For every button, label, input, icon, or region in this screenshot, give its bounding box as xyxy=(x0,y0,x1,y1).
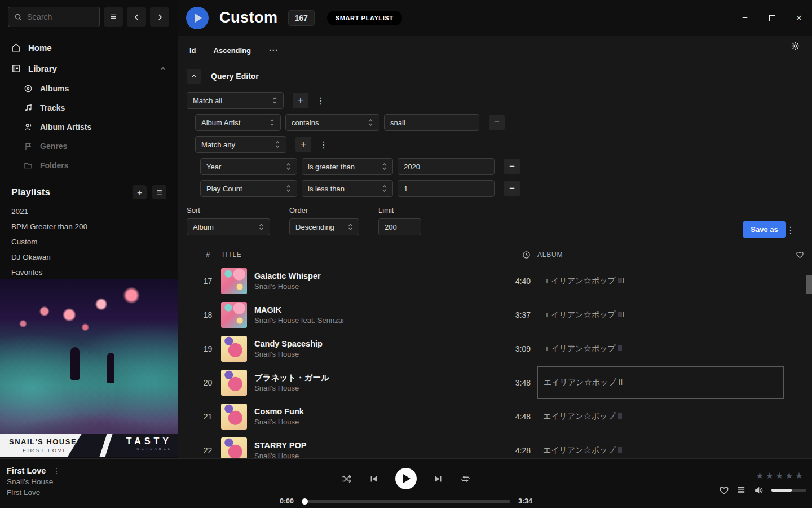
favorite-column-header[interactable] xyxy=(784,251,804,259)
sort-field-button[interactable]: Id xyxy=(189,46,196,55)
playlist-item[interactable]: Favorites xyxy=(0,265,178,280)
rule-value-input[interactable] xyxy=(398,158,495,175)
select-updown-icon xyxy=(286,163,291,170)
table-row[interactable]: 20 プラネット・ガール Snail’s House 3:48 エイリアン☆ポッ… xyxy=(178,366,812,400)
seek-thumb[interactable] xyxy=(302,498,308,505)
minimize-button[interactable]: − xyxy=(740,12,750,24)
subrule-group-menu-button[interactable]: ⋮ xyxy=(316,139,332,150)
shuffle-button[interactable] xyxy=(341,474,352,484)
close-icon: × xyxy=(796,12,802,24)
sidebar-item-album-artists[interactable]: Album Artists xyxy=(0,117,178,137)
star-icon[interactable]: ★ xyxy=(775,470,783,481)
sidebar-item-albums[interactable]: Albums xyxy=(0,79,178,98)
remove-rule-button[interactable]: − xyxy=(504,159,520,174)
add-playlist-button[interactable]: + xyxy=(133,185,147,199)
table-row[interactable]: 18 MAGIK Snail’s House feat. Sennzai 3:3… xyxy=(178,298,812,332)
main-panel: Custom 167 SMART PLAYLIST − × Id Ascendi… xyxy=(178,0,812,458)
save-as-button[interactable]: Save as xyxy=(743,221,786,238)
rule-group-menu-button[interactable]: ⋮ xyxy=(313,95,329,106)
add-rule-button[interactable]: + xyxy=(293,93,308,108)
playlist-list-button[interactable] xyxy=(152,185,166,199)
play-pause-button[interactable] xyxy=(395,468,417,489)
play-icon xyxy=(195,14,202,23)
rule-operator-select[interactable]: contains xyxy=(285,114,379,131)
playlist-item[interactable]: 2021 xyxy=(0,204,178,219)
chevron-up-icon[interactable] xyxy=(160,65,166,72)
favorite-heart-icon[interactable] xyxy=(719,485,729,496)
sidebar-item-home[interactable]: Home xyxy=(0,37,178,58)
rule-field-select[interactable]: Album Artist xyxy=(195,114,281,131)
settings-gear-icon[interactable] xyxy=(791,41,800,51)
repeat-button[interactable] xyxy=(460,474,471,484)
playlist-item[interactable]: DJ Okawari xyxy=(0,249,178,265)
match-all-select[interactable]: Match all xyxy=(187,92,284,109)
scrollbar-thumb[interactable] xyxy=(806,275,812,294)
rule-operator-select[interactable]: is greater than xyxy=(302,158,393,175)
nav-forward-button[interactable] xyxy=(150,7,169,27)
duration-column-header[interactable] xyxy=(498,251,537,259)
rule-operator-select[interactable]: is less than xyxy=(302,180,393,197)
app-window: ≡ Home xyxy=(0,0,812,508)
star-icon[interactable]: ★ xyxy=(795,470,803,481)
seek-bar[interactable] xyxy=(302,500,510,503)
volume-slider[interactable] xyxy=(771,489,806,492)
maximize-button[interactable] xyxy=(767,15,777,21)
track-album[interactable]: エイリアン☆ポップ III xyxy=(537,299,784,331)
nav-back-button[interactable] xyxy=(127,7,146,27)
sidebar-item-genres[interactable]: Genres xyxy=(0,137,178,156)
next-track-button[interactable] xyxy=(434,474,443,484)
now-playing-album[interactable]: First Love xyxy=(7,488,60,497)
playlist-item[interactable]: Custom xyxy=(0,234,178,249)
folder-icon xyxy=(24,161,33,170)
play-playlist-button[interactable] xyxy=(186,7,209,29)
rule-field-select[interactable]: Year xyxy=(200,158,297,175)
add-subrule-button[interactable]: + xyxy=(295,137,311,152)
star-icon[interactable]: ★ xyxy=(766,470,774,481)
cover-label-brand: TASTY xyxy=(126,436,172,446)
rule-value-input[interactable] xyxy=(398,180,495,197)
sort-select[interactable]: Album xyxy=(187,218,270,235)
close-button[interactable]: × xyxy=(794,12,804,24)
more-options-button[interactable]: ··· xyxy=(269,46,279,55)
sidebar-item-label: Home xyxy=(28,43,52,52)
menu-button[interactable]: ≡ xyxy=(104,7,123,27)
remove-rule-button[interactable]: − xyxy=(504,181,520,196)
sort-order-button[interactable]: Ascending xyxy=(214,46,251,55)
track-album[interactable]: エイリアン☆ポップ II xyxy=(537,400,784,433)
search-input[interactable] xyxy=(27,12,89,21)
rating-stars[interactable]: ★ ★ ★ ★ ★ xyxy=(756,470,803,481)
order-select[interactable]: Descending xyxy=(289,218,359,235)
sidebar-item-folders[interactable]: Folders xyxy=(0,156,178,175)
match-any-select[interactable]: Match any xyxy=(195,136,286,153)
table-row[interactable]: 19 Candy Spaceship Snail’s House 3:09 エイ… xyxy=(178,332,812,366)
volume-icon[interactable] xyxy=(753,485,764,496)
rule-value-input[interactable] xyxy=(384,114,479,131)
previous-track-button[interactable] xyxy=(369,474,378,484)
collapse-query-editor-button[interactable] xyxy=(187,69,201,84)
select-updown-icon xyxy=(382,163,387,170)
track-album-focused-cell[interactable]: エイリアン☆ポップ II xyxy=(537,366,784,399)
library-icon xyxy=(11,64,21,73)
star-icon[interactable]: ★ xyxy=(756,470,764,481)
search-icon xyxy=(14,13,23,21)
limit-input[interactable] xyxy=(378,218,421,235)
star-icon[interactable]: ★ xyxy=(785,470,793,481)
table-row[interactable]: 21 Cosmo Funk Snail’s House 4:48 エイリアン☆ポ… xyxy=(178,400,812,433)
query-menu-button[interactable]: ⋮ xyxy=(783,225,798,235)
remove-rule-button[interactable]: − xyxy=(489,115,505,130)
sidebar-item-tracks[interactable]: Tracks xyxy=(0,98,178,117)
search-box[interactable] xyxy=(8,7,100,27)
playlist-item[interactable]: BPM Greater than 200 xyxy=(0,219,178,234)
rule-field-select[interactable]: Play Count xyxy=(200,180,297,197)
album-column-header[interactable]: ALBUM xyxy=(537,251,784,259)
title-column-header[interactable]: TITLE xyxy=(221,251,498,259)
track-album[interactable]: エイリアン☆ポップ II xyxy=(537,332,784,365)
index-column-header[interactable]: # xyxy=(195,251,221,259)
table-row[interactable]: 17 Galactic Whisper Snail’s House 4:40 エ… xyxy=(178,264,812,298)
track-artist: Snail’s House xyxy=(254,349,323,360)
query-editor: Query Editor Match all + ⋮ Album Artist … xyxy=(178,69,812,238)
track-artist: Snail’s House xyxy=(254,383,329,393)
sidebar-item-library[interactable]: Library xyxy=(0,58,178,79)
queue-icon[interactable] xyxy=(736,485,746,495)
track-album[interactable]: エイリアン☆ポップ III xyxy=(537,265,784,297)
